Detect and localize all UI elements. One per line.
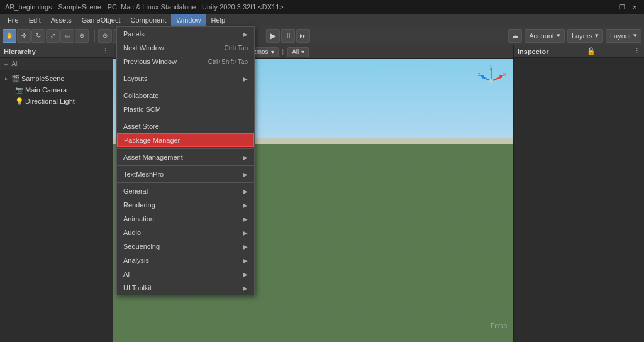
menu-edit[interactable]: Edit xyxy=(24,14,46,26)
package-manager-label: Package Manager xyxy=(124,136,180,144)
step-button[interactable]: ⏭ xyxy=(296,29,310,43)
menu-general[interactable]: General ▶ xyxy=(117,184,254,198)
menu-ai[interactable]: AI ▶ xyxy=(117,267,254,281)
toolbar: ✋ ✛ ↻ ⤢ ▭ ⊕ ⊙ 🌐 ⊞ # ▶ ⏸ ⏭ ☁ Account ▾ La… xyxy=(0,26,644,45)
play-button[interactable]: ▶ xyxy=(266,29,280,43)
layouts-label: Layouts xyxy=(123,75,148,82)
menu-animation[interactable]: Animation ▶ xyxy=(117,212,254,226)
layers-label: Layers xyxy=(572,32,592,40)
hierarchy-menu-icon[interactable]: ⋮ xyxy=(102,47,109,55)
move-tool[interactable]: ✛ xyxy=(17,29,31,43)
hierarchy-title: Hierarchy xyxy=(4,48,36,55)
scale-tool[interactable]: ⤢ xyxy=(46,29,60,43)
light-icon: 💡 xyxy=(15,97,24,106)
menu-layouts[interactable]: Layouts ▶ xyxy=(117,72,254,86)
menu-analysis[interactable]: Analysis ▶ xyxy=(117,253,254,267)
divider-5 xyxy=(117,165,254,166)
rendering-label: Rendering xyxy=(123,201,155,209)
scene-gizmo[interactable]: Y X Z xyxy=(475,65,507,97)
plastic-scm-label: Plastic SCM xyxy=(123,106,161,113)
menu-window[interactable]: Window xyxy=(171,14,206,26)
scene-persp-label: Persp xyxy=(491,323,507,329)
pause-button[interactable]: ⏸ xyxy=(281,29,295,43)
layout-dropdown[interactable]: Layout ▾ xyxy=(606,29,641,43)
collaborate-label: Collaborate xyxy=(123,92,158,99)
inspector-header: Inspector 🔓 ⋮ xyxy=(514,45,644,58)
inspector-lock-btn[interactable]: 🔓 xyxy=(587,47,596,55)
minimize-button[interactable]: — xyxy=(605,3,614,11)
menu-ui-toolkit[interactable]: UI Toolkit ▶ xyxy=(117,281,254,295)
asset-management-arrow: ▶ xyxy=(243,154,248,161)
menu-plastic-scm[interactable]: Plastic SCM xyxy=(117,102,254,116)
camera-label: Main Camera xyxy=(25,86,67,94)
hand-tool[interactable]: ✋ xyxy=(3,29,16,43)
close-button[interactable]: ✕ xyxy=(630,3,639,11)
menu-file[interactable]: File xyxy=(3,14,24,26)
rotate-tool[interactable]: ↻ xyxy=(31,29,45,43)
window-title: AR_beginnings - SampleScene - PC, Mac & … xyxy=(5,3,605,11)
animation-label: Animation xyxy=(123,215,154,223)
divider-1 xyxy=(117,70,254,70)
svg-text:Z: Z xyxy=(478,72,481,77)
layout-chevron: ▾ xyxy=(633,31,637,40)
rect-tool[interactable]: ▭ xyxy=(60,29,74,43)
all-dropdown[interactable]: All ▾ xyxy=(287,47,309,57)
menu-gameobject[interactable]: GameObject xyxy=(77,14,126,26)
sequencing-arrow: ▶ xyxy=(243,243,248,250)
window-controls: — ❐ ✕ xyxy=(605,3,639,11)
menu-asset-store[interactable]: Asset Store xyxy=(117,119,254,133)
ui-toolkit-label: UI Toolkit xyxy=(123,284,152,292)
camera-icon: 📷 xyxy=(15,86,24,94)
audio-label: Audio xyxy=(123,229,141,236)
prev-window-label: Previous Window xyxy=(123,58,177,65)
hierarchy-main-camera[interactable]: 📷 Main Camera xyxy=(0,84,113,96)
account-chevron: ▾ xyxy=(557,31,560,40)
menu-next-window[interactable]: Next Window Ctrl+Tab xyxy=(117,41,254,55)
scene-separator3: | xyxy=(282,48,284,55)
transform-tool[interactable]: ⊕ xyxy=(75,29,89,43)
next-window-shortcut: Ctrl+Tab xyxy=(224,45,248,52)
inspector-title: Inspector xyxy=(518,48,549,55)
scene-icon: 🎬 xyxy=(11,75,20,83)
menu-asset-management[interactable]: Asset Management ▶ xyxy=(117,150,254,164)
menu-package-manager[interactable]: Package Manager xyxy=(117,133,254,147)
transform-tools: ✋ ✛ ↻ ⤢ ▭ ⊕ xyxy=(3,29,89,43)
animation-arrow: ▶ xyxy=(243,216,248,223)
inspector-menu-icon[interactable]: ⋮ xyxy=(633,47,640,55)
hierarchy-sample-scene[interactable]: ▸ 🎬 SampleScene xyxy=(0,73,113,84)
asset-management-label: Asset Management xyxy=(123,153,183,161)
panels-label: Panels xyxy=(123,30,145,38)
hierarchy-directional-light[interactable]: 💡 Directional Light xyxy=(0,96,113,107)
divider-3 xyxy=(117,118,254,118)
layers-dropdown[interactable]: Layers ▾ xyxy=(567,29,603,43)
menu-audio[interactable]: Audio ▶ xyxy=(117,226,254,240)
menu-help[interactable]: Help xyxy=(206,14,230,26)
inspector-panel: Inspector 🔓 ⋮ xyxy=(513,45,644,342)
menu-sequencing[interactable]: Sequencing ▶ xyxy=(117,240,254,253)
menu-panels[interactable]: Panels ▶ xyxy=(117,27,254,41)
menu-assets[interactable]: Assets xyxy=(46,14,77,26)
general-arrow: ▶ xyxy=(243,188,248,195)
menu-textmeshpro[interactable]: TextMeshPro ▶ xyxy=(117,167,254,181)
scene-arrow: ▸ xyxy=(5,75,11,82)
analysis-label: Analysis xyxy=(123,256,149,264)
menu-prev-window[interactable]: Previous Window Ctrl+Shift+Tab xyxy=(117,55,254,69)
menu-rendering[interactable]: Rendering ▶ xyxy=(117,198,254,212)
next-window-label: Next Window xyxy=(123,44,164,52)
divider-2 xyxy=(117,87,254,87)
window-dropdown-menu: Panels ▶ Next Window Ctrl+Tab Previous W… xyxy=(116,26,255,295)
maximize-button[interactable]: ❐ xyxy=(618,3,626,11)
pivot-btn[interactable]: ⊙ xyxy=(98,29,112,43)
separator-1 xyxy=(94,30,95,42)
menu-collaborate[interactable]: Collaborate xyxy=(117,89,254,102)
svg-text:X: X xyxy=(503,72,506,77)
all-label: All xyxy=(292,48,299,55)
layout-label: Layout xyxy=(610,32,631,40)
hierarchy-add-btn[interactable]: + xyxy=(3,60,9,68)
account-dropdown[interactable]: Account ▾ xyxy=(525,29,565,43)
svg-point-6 xyxy=(489,79,493,83)
hierarchy-header: Hierarchy ⋮ xyxy=(0,45,113,58)
cloud-btn[interactable]: ☁ xyxy=(508,29,522,43)
ui-toolkit-arrow: ▶ xyxy=(243,285,248,292)
menu-component[interactable]: Component xyxy=(125,14,171,26)
